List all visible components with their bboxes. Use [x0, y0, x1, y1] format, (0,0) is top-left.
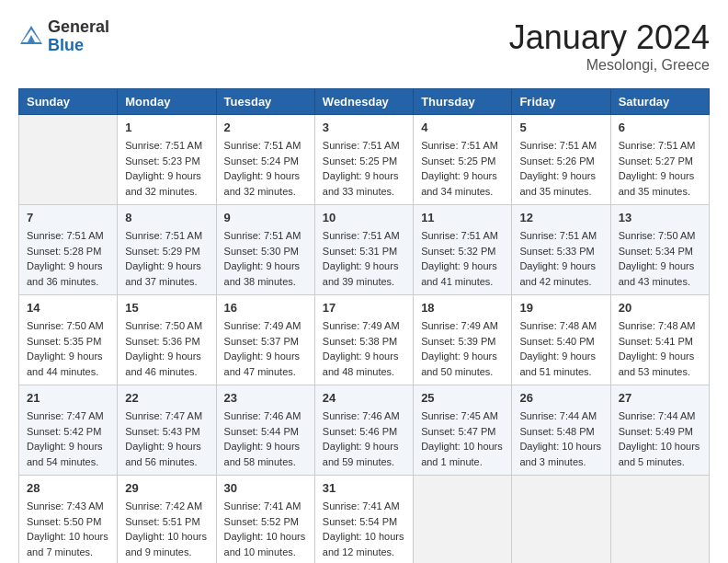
header-sunday: Sunday: [19, 89, 118, 115]
day-cell: 2Sunrise: 7:51 AM Sunset: 5:24 PM Daylig…: [216, 115, 314, 205]
day-cell: 18Sunrise: 7:49 AM Sunset: 5:39 PM Dayli…: [414, 295, 512, 385]
day-info: Sunrise: 7:51 AM Sunset: 5:28 PM Dayligh…: [27, 228, 109, 289]
day-cell: 10Sunrise: 7:51 AM Sunset: 5:31 PM Dayli…: [314, 205, 413, 295]
day-number: 12: [519, 211, 602, 224]
day-info: Sunrise: 7:51 AM Sunset: 5:25 PM Dayligh…: [323, 138, 405, 199]
page-header: General Blue January 2024 Mesolongi, Gre…: [18, 18, 710, 74]
day-number: 19: [519, 301, 602, 315]
day-info: Sunrise: 7:51 AM Sunset: 5:31 PM Dayligh…: [323, 228, 405, 289]
day-info: Sunrise: 7:49 AM Sunset: 5:39 PM Dayligh…: [421, 318, 504, 379]
day-info: Sunrise: 7:41 AM Sunset: 5:52 PM Dayligh…: [224, 499, 307, 559]
day-number: 24: [323, 391, 405, 405]
day-number: 11: [421, 211, 504, 224]
day-info: Sunrise: 7:51 AM Sunset: 5:29 PM Dayligh…: [125, 228, 208, 289]
day-info: Sunrise: 7:46 AM Sunset: 5:46 PM Dayligh…: [323, 408, 405, 469]
day-info: Sunrise: 7:51 AM Sunset: 5:26 PM Dayligh…: [519, 138, 602, 199]
day-cell: 23Sunrise: 7:46 AM Sunset: 5:44 PM Dayli…: [216, 385, 314, 476]
day-info: Sunrise: 7:49 AM Sunset: 5:37 PM Dayligh…: [224, 318, 307, 379]
day-cell: 8Sunrise: 7:51 AM Sunset: 5:29 PM Daylig…: [118, 205, 216, 295]
day-cell: 16Sunrise: 7:49 AM Sunset: 5:37 PM Dayli…: [216, 295, 314, 385]
day-info: Sunrise: 7:45 AM Sunset: 5:47 PM Dayligh…: [421, 408, 504, 469]
day-number: 2: [224, 121, 307, 134]
header-thursday: Thursday: [414, 89, 512, 115]
week-row-5: 28Sunrise: 7:43 AM Sunset: 5:50 PM Dayli…: [19, 476, 710, 564]
day-info: Sunrise: 7:51 AM Sunset: 5:24 PM Dayligh…: [224, 138, 307, 199]
day-number: 16: [224, 301, 307, 315]
day-number: 5: [519, 121, 602, 134]
day-info: Sunrise: 7:41 AM Sunset: 5:54 PM Dayligh…: [323, 499, 405, 559]
day-info: Sunrise: 7:44 AM Sunset: 5:48 PM Dayligh…: [519, 408, 602, 469]
day-number: 23: [224, 391, 307, 405]
day-cell: 12Sunrise: 7:51 AM Sunset: 5:33 PM Dayli…: [512, 205, 610, 295]
calendar-table: SundayMondayTuesdayWednesdayThursdayFrid…: [18, 88, 710, 563]
day-info: Sunrise: 7:44 AM Sunset: 5:49 PM Dayligh…: [619, 408, 701, 469]
day-info: Sunrise: 7:51 AM Sunset: 5:23 PM Dayligh…: [125, 138, 208, 199]
day-number: 3: [323, 121, 405, 134]
day-number: 14: [27, 301, 109, 315]
day-number: 9: [224, 211, 307, 224]
day-cell: [512, 476, 610, 564]
day-cell: 14Sunrise: 7:50 AM Sunset: 5:35 PM Dayli…: [19, 295, 118, 385]
logo: General Blue: [18, 18, 109, 55]
day-number: 4: [421, 121, 504, 134]
day-cell: 27Sunrise: 7:44 AM Sunset: 5:49 PM Dayli…: [610, 385, 709, 476]
day-number: 20: [619, 301, 701, 315]
day-cell: 17Sunrise: 7:49 AM Sunset: 5:38 PM Dayli…: [314, 295, 413, 385]
day-cell: 19Sunrise: 7:48 AM Sunset: 5:40 PM Dayli…: [512, 295, 610, 385]
day-number: 10: [323, 211, 405, 224]
day-number: 7: [27, 211, 109, 224]
day-number: 22: [125, 391, 208, 405]
day-number: 17: [323, 301, 405, 315]
day-cell: 4Sunrise: 7:51 AM Sunset: 5:25 PM Daylig…: [414, 115, 512, 205]
week-row-1: 1Sunrise: 7:51 AM Sunset: 5:23 PM Daylig…: [19, 115, 710, 205]
logo-general-text: General: [48, 18, 109, 37]
day-number: 28: [27, 481, 109, 495]
day-info: Sunrise: 7:48 AM Sunset: 5:41 PM Dayligh…: [619, 318, 701, 379]
day-cell: 30Sunrise: 7:41 AM Sunset: 5:52 PM Dayli…: [216, 476, 314, 564]
day-info: Sunrise: 7:48 AM Sunset: 5:40 PM Dayligh…: [519, 318, 602, 379]
day-cell: 21Sunrise: 7:47 AM Sunset: 5:42 PM Dayli…: [19, 385, 118, 476]
day-number: 25: [421, 391, 504, 405]
month-title: January 2024: [509, 18, 710, 57]
day-number: 30: [224, 481, 307, 495]
day-cell: 6Sunrise: 7:51 AM Sunset: 5:27 PM Daylig…: [610, 115, 709, 205]
header-tuesday: Tuesday: [216, 89, 314, 115]
day-info: Sunrise: 7:46 AM Sunset: 5:44 PM Dayligh…: [224, 408, 307, 469]
day-info: Sunrise: 7:51 AM Sunset: 5:33 PM Dayligh…: [519, 228, 602, 289]
day-number: 31: [323, 481, 405, 495]
day-number: 29: [125, 481, 208, 495]
day-cell: 20Sunrise: 7:48 AM Sunset: 5:41 PM Dayli…: [610, 295, 709, 385]
day-number: 15: [125, 301, 208, 315]
logo-icon: [18, 24, 44, 50]
day-number: 13: [619, 211, 701, 224]
day-cell: 11Sunrise: 7:51 AM Sunset: 5:32 PM Dayli…: [414, 205, 512, 295]
day-cell: [414, 476, 512, 564]
day-info: Sunrise: 7:50 AM Sunset: 5:36 PM Dayligh…: [125, 318, 208, 379]
day-cell: 13Sunrise: 7:50 AM Sunset: 5:34 PM Dayli…: [610, 205, 709, 295]
day-cell: 22Sunrise: 7:47 AM Sunset: 5:43 PM Dayli…: [118, 385, 216, 476]
logo-blue-text: Blue: [48, 37, 109, 55]
day-cell: [19, 115, 118, 205]
day-number: 1: [125, 121, 208, 134]
week-row-4: 21Sunrise: 7:47 AM Sunset: 5:42 PM Dayli…: [19, 385, 710, 476]
day-number: 27: [619, 391, 701, 405]
day-info: Sunrise: 7:51 AM Sunset: 5:30 PM Dayligh…: [224, 228, 307, 289]
day-info: Sunrise: 7:51 AM Sunset: 5:27 PM Dayligh…: [619, 138, 701, 199]
header-wednesday: Wednesday: [314, 89, 413, 115]
day-info: Sunrise: 7:49 AM Sunset: 5:38 PM Dayligh…: [323, 318, 405, 379]
day-info: Sunrise: 7:51 AM Sunset: 5:25 PM Dayligh…: [421, 138, 504, 199]
calendar-header-row: SundayMondayTuesdayWednesdayThursdayFrid…: [19, 89, 710, 115]
title-block: January 2024 Mesolongi, Greece: [509, 18, 710, 74]
day-cell: 24Sunrise: 7:46 AM Sunset: 5:46 PM Dayli…: [314, 385, 413, 476]
day-number: 6: [619, 121, 701, 134]
day-cell: 29Sunrise: 7:42 AM Sunset: 5:51 PM Dayli…: [118, 476, 216, 564]
week-row-2: 7Sunrise: 7:51 AM Sunset: 5:28 PM Daylig…: [19, 205, 710, 295]
day-cell: 28Sunrise: 7:43 AM Sunset: 5:50 PM Dayli…: [19, 476, 118, 564]
day-cell: 5Sunrise: 7:51 AM Sunset: 5:26 PM Daylig…: [512, 115, 610, 205]
location-text: Mesolongi, Greece: [509, 57, 710, 74]
day-info: Sunrise: 7:51 AM Sunset: 5:32 PM Dayligh…: [421, 228, 504, 289]
day-cell: 9Sunrise: 7:51 AM Sunset: 5:30 PM Daylig…: [216, 205, 314, 295]
day-cell: 31Sunrise: 7:41 AM Sunset: 5:54 PM Dayli…: [314, 476, 413, 564]
day-number: 21: [27, 391, 109, 405]
day-info: Sunrise: 7:47 AM Sunset: 5:43 PM Dayligh…: [125, 408, 208, 469]
